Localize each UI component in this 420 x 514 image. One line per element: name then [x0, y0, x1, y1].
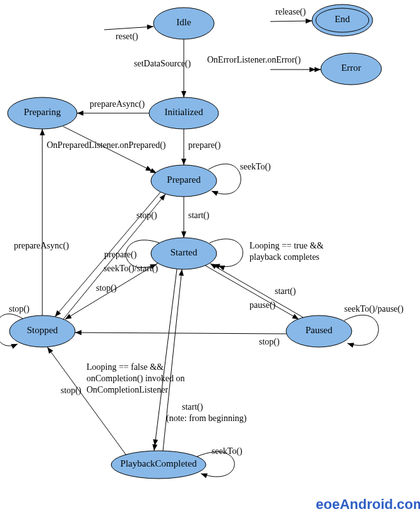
- svg-line-15: [63, 126, 157, 173]
- edge-looping-true: Looping == true && playback completes: [210, 239, 323, 267]
- edge-release-label: release(): [275, 7, 306, 17]
- edge-prepare-init-label: prepare(): [188, 140, 221, 150]
- edge-stop-paused-label: stop(): [259, 337, 280, 347]
- edge-looping-true-label-2: playback completes: [249, 252, 320, 262]
- state-started: Started: [151, 238, 217, 269]
- edge-prepareasync-init-label: prepareAsync(): [90, 99, 145, 109]
- state-error-label: Error: [341, 63, 361, 73]
- edge-stop-stopped-label: stop(): [9, 304, 30, 314]
- state-diagram: Idle reset() End release() Error OnError…: [0, 0, 420, 514]
- edge-prepare-stopped: prepare(): [63, 194, 165, 319]
- state-end: End: [312, 4, 373, 36]
- state-paused: Paused: [286, 315, 352, 347]
- state-initialized: Initialized: [149, 97, 219, 129]
- state-end-label: End: [335, 14, 351, 24]
- state-playbackcompleted-label: PlaybackCompleted: [121, 458, 197, 468]
- edge-seektostart-started-label: seekTo()/start(): [104, 264, 158, 274]
- edge-seekto-prepared-label: seekTo(): [240, 162, 271, 172]
- edge-prepareasync-stopped: prepareAsync(): [14, 129, 69, 315]
- state-error: Error: [321, 53, 381, 85]
- state-preparing: Preparing: [8, 97, 77, 129]
- watermark-text: eoeAndroid.com: [316, 496, 420, 512]
- edge-setdatasource: setDataSource(): [134, 39, 191, 97]
- svg-line-7: [270, 21, 312, 21]
- state-paused-label: Paused: [306, 325, 333, 335]
- edge-reset-label: reset(): [116, 32, 138, 42]
- edge-looping-false: Looping == false && onCompletion() invok…: [87, 269, 185, 451]
- edge-stop-paused: stop(): [75, 333, 286, 347]
- edge-onerror-label: OnErrorListener.onError(): [207, 55, 301, 65]
- edge-stop-started-label: stop(): [96, 283, 117, 293]
- state-idle-label: Idle: [176, 17, 191, 27]
- state-prepared: Prepared: [151, 165, 217, 197]
- edge-looping-false-label-1: Looping == false &&: [87, 362, 164, 372]
- edge-start-prepared: start(): [184, 197, 210, 238]
- edge-seektopause-paused: seekTo()/pause(): [344, 304, 404, 345]
- edge-reset: reset(): [104, 27, 153, 42]
- state-initialized-label: Initialized: [165, 107, 203, 117]
- state-preparing-label: Preparing: [24, 107, 61, 117]
- edge-seektopause-paused-label: seekTo()/pause(): [344, 304, 404, 314]
- edge-start-paused-label: start(): [275, 286, 296, 297]
- svg-line-27: [75, 333, 286, 334]
- edge-onerror: OnErrorListener.onError(): [207, 55, 321, 70]
- state-idle: Idle: [153, 8, 214, 39]
- edge-start-prepared-label: start(): [188, 211, 210, 221]
- state-stopped-label: Stopped: [27, 325, 58, 335]
- edge-prepareasync-init: prepareAsync(): [77, 99, 149, 113]
- edge-stop-completed-label: stop(): [61, 386, 81, 396]
- svg-line-4: [104, 27, 153, 30]
- state-started-label: Started: [171, 247, 198, 257]
- edge-pause-started-label: pause(): [249, 300, 276, 310]
- edge-looping-true-label-1: Looping == true &&: [249, 241, 323, 250]
- edge-stop-prepared-label: stop(): [136, 211, 157, 221]
- edge-prepare-stopped-label: prepare(): [104, 250, 137, 260]
- edge-looping-false-label-3: OnCompletionListener: [87, 385, 168, 395]
- state-prepared-label: Prepared: [167, 174, 201, 185]
- edge-start-completed-label-2: (note: from beginning): [166, 413, 247, 424]
- edge-start-completed-label-1: start(): [182, 402, 203, 412]
- edge-prepareasync-stopped-label: prepareAsync(): [14, 241, 69, 251]
- edge-prepare-init: prepare(): [184, 129, 221, 165]
- edge-seekto-prepared: seekTo(): [208, 162, 271, 194]
- edge-onprepared: OnPreparedListener.onPrepared(): [47, 126, 166, 173]
- state-stopped: Stopped: [9, 315, 75, 347]
- edge-seekto-completed-label: seekTo(): [212, 446, 243, 456]
- edge-start-completed: start() (note: from beginning): [163, 269, 247, 451]
- edge-onprepared-label: OnPreparedListener.onPrepared(): [47, 140, 166, 150]
- state-playbackcompleted: PlaybackCompleted: [111, 451, 206, 479]
- edge-setdatasource-label: setDataSource(): [134, 59, 191, 69]
- edge-release: release(): [270, 7, 312, 21]
